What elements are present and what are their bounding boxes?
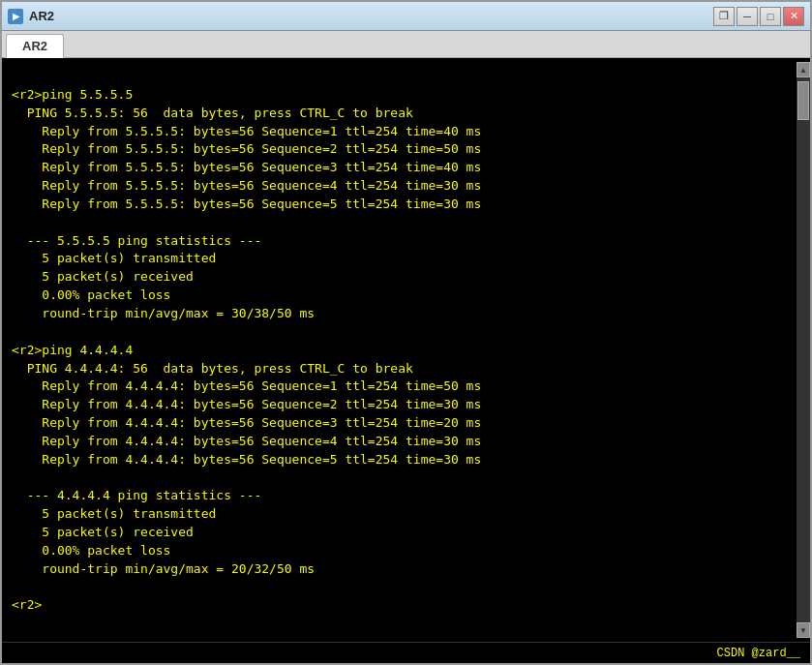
window-icon: ▶	[8, 9, 23, 24]
main-window: ▶ AR2 ❐ ─ □ ✕ AR2 <r2>ping 5.5.5.5 PING …	[0, 0, 812, 665]
status-bar: CSDN @zard__	[2, 642, 810, 663]
terminal-output[interactable]: <r2>ping 5.5.5.5 PING 5.5.5.5: 56 data b…	[2, 62, 797, 638]
scrollbar-thumb[interactable]	[797, 81, 809, 120]
maximize-button[interactable]: □	[760, 7, 781, 26]
scrollbar[interactable]: ▲ ▼	[797, 62, 810, 638]
restore-button[interactable]: ❐	[713, 7, 735, 26]
tab-bar: AR2	[2, 31, 810, 58]
terminal-container: <r2>ping 5.5.5.5 PING 5.5.5.5: 56 data b…	[2, 58, 810, 642]
tab-ar2[interactable]: AR2	[6, 34, 64, 58]
scrollbar-track[interactable]	[797, 77, 810, 622]
title-bar: ▶ AR2 ❐ ─ □ ✕	[2, 2, 810, 31]
scroll-down-arrow[interactable]: ▼	[797, 622, 810, 638]
terminal-text: <r2>ping 5.5.5.5 PING 5.5.5.5: 56 data b…	[12, 68, 787, 615]
title-bar-left: ▶ AR2	[8, 9, 54, 24]
window-title: AR2	[29, 9, 54, 23]
title-bar-buttons: ❐ ─ □ ✕	[713, 7, 804, 26]
minimize-button[interactable]: ─	[737, 7, 758, 26]
status-text: CSDN @zard__	[717, 647, 800, 660]
close-button[interactable]: ✕	[783, 7, 804, 26]
scroll-up-arrow[interactable]: ▲	[797, 62, 810, 77]
